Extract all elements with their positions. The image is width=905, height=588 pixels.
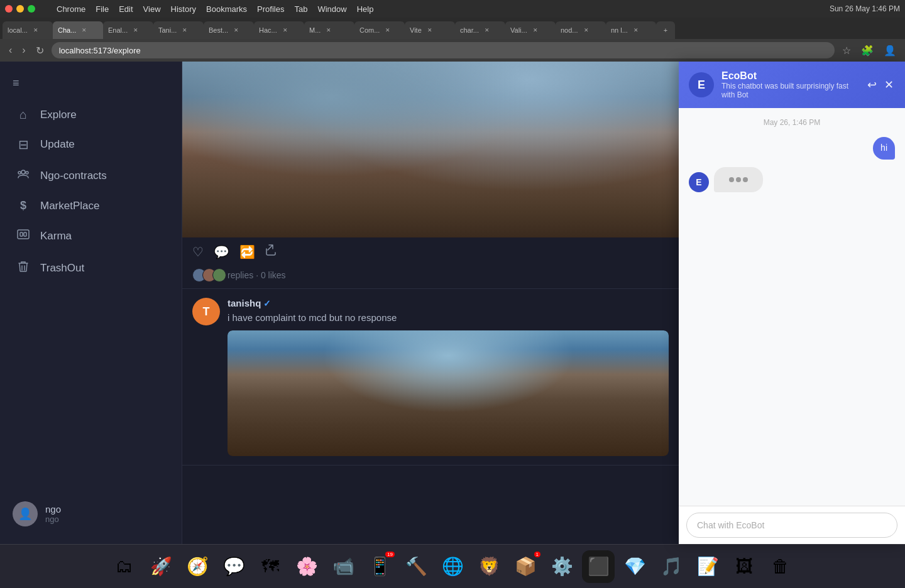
chat-panel: E EcoBot This chatbot was built surprisi… bbox=[679, 62, 905, 544]
dock-trash[interactable]: 🗑 bbox=[764, 550, 797, 583]
tab-enal[interactable]: Enal...✕ bbox=[103, 21, 153, 39]
forward-button[interactable]: › bbox=[19, 43, 28, 57]
traffic-lights bbox=[5, 5, 35, 13]
menu-bookmarks[interactable]: Bookmarks bbox=[206, 4, 247, 14]
menu-profiles[interactable]: Profiles bbox=[257, 4, 284, 14]
post-username-2: tanishq ✓ bbox=[228, 298, 669, 308]
dock-settings[interactable]: ⚙️ bbox=[546, 550, 578, 583]
sidebar-user[interactable]: 👤 ngo ngo bbox=[0, 494, 182, 534]
sidebar-item-marketplace[interactable]: $ MarketPlace bbox=[0, 192, 182, 220]
dock-maps[interactable]: 🗺 bbox=[254, 550, 287, 583]
post-card-2: T tanishq ✓ i have complaint to mcd but … bbox=[182, 289, 679, 466]
profile-button[interactable]: 👤 bbox=[881, 43, 899, 58]
menu-history[interactable]: History bbox=[171, 4, 196, 14]
tab-bar: local...✕ Cha...✕ Enal...✕ Tani...✕ Best… bbox=[0, 18, 905, 39]
tab-com[interactable]: Com...✕ bbox=[354, 21, 405, 39]
reload-button[interactable]: ↻ bbox=[33, 43, 47, 58]
avatar-image: 👤 bbox=[13, 501, 38, 526]
comment-button-1[interactable]: 💬 bbox=[214, 244, 229, 259]
dock-facetime[interactable]: 📹 bbox=[327, 550, 359, 583]
dock-obsidian[interactable]: 💎 bbox=[618, 550, 651, 583]
sidebar: ≡ ⌂ Explore ⊟ Update Ngo-contracts $ Mar… bbox=[0, 62, 182, 544]
tab-chat[interactable]: Cha...✕ bbox=[53, 21, 103, 39]
url-bar[interactable]: localhost:5173/explore bbox=[52, 42, 835, 58]
dock-chrome[interactable]: 🌐 bbox=[436, 550, 469, 583]
menu-file[interactable]: File bbox=[96, 4, 109, 14]
karma-icon bbox=[15, 227, 31, 244]
sidebar-item-explore[interactable]: ⌂ Explore bbox=[0, 100, 182, 129]
minimize-button[interactable] bbox=[16, 5, 24, 13]
sidebar-item-trashout[interactable]: TrashOut bbox=[0, 252, 182, 284]
bookmark-button[interactable]: ☆ bbox=[840, 43, 853, 58]
menu-edit[interactable]: Edit bbox=[119, 4, 133, 14]
menu-chrome[interactable]: Chrome bbox=[57, 4, 85, 14]
sidebar-item-update[interactable]: ⊟ Update bbox=[0, 129, 182, 160]
tab-new[interactable]: + bbox=[656, 21, 675, 39]
typing-dot-3 bbox=[743, 177, 748, 182]
chat-input[interactable] bbox=[686, 513, 897, 538]
chat-bot-desc: This chatbot was built surprisingly fast… bbox=[721, 82, 858, 99]
chat-header-info: EcoBot This chatbot was built surprising… bbox=[721, 70, 858, 99]
menu-help[interactable]: Help bbox=[357, 4, 374, 14]
share-button-1[interactable] bbox=[265, 244, 278, 259]
sidebar-label-explore: Explore bbox=[40, 109, 77, 121]
dock-preview[interactable]: 🖼 bbox=[728, 550, 760, 583]
maximize-button[interactable] bbox=[28, 5, 35, 13]
tab-vali[interactable]: Vali...✕ bbox=[505, 21, 556, 39]
svg-rect-5 bbox=[24, 232, 26, 236]
sidebar-label-trashout: TrashOut bbox=[40, 262, 84, 275]
sidebar-menu-toggle[interactable]: ≡ bbox=[0, 72, 182, 95]
dock-brave[interactable]: 🦁 bbox=[473, 550, 505, 583]
chat-close-button[interactable]: ✕ bbox=[883, 77, 895, 93]
dock-whatsapp[interactable]: 📱19 bbox=[363, 550, 396, 583]
dock-textedit[interactable]: 📝 bbox=[691, 550, 724, 583]
chat-header: E EcoBot This chatbot was built surprisi… bbox=[679, 62, 905, 108]
post-content-2: tanishq ✓ i have complaint to mcd but no… bbox=[228, 298, 669, 456]
tab-nod[interactable]: nod...✕ bbox=[556, 21, 606, 39]
post-user-2: T tanishq ✓ i have complaint to mcd but … bbox=[182, 289, 679, 465]
tab-char[interactable]: char...✕ bbox=[455, 21, 505, 39]
menu-view[interactable]: View bbox=[143, 4, 161, 14]
close-button[interactable] bbox=[5, 5, 13, 13]
user-avatar: 👤 bbox=[13, 501, 38, 526]
chat-back-button[interactable]: ↩ bbox=[866, 77, 878, 93]
dock-launchpad[interactable]: 🚀 bbox=[145, 550, 177, 583]
like-button-1[interactable]: ♡ bbox=[192, 244, 204, 259]
tab-best[interactable]: Best...✕ bbox=[204, 21, 254, 39]
post-card-1: ♡ 💬 🔁 replies · 0 likes bbox=[182, 62, 679, 289]
feed: ♡ 💬 🔁 replies · 0 likes bbox=[182, 62, 679, 466]
sidebar-item-ngo-contracts[interactable]: Ngo-contracts bbox=[0, 160, 182, 192]
chat-bubble-bot-typing bbox=[714, 167, 763, 192]
dock-xcode[interactable]: 🔨 bbox=[400, 550, 432, 583]
username: ngo bbox=[45, 504, 61, 514]
tab-local[interactable]: local...✕ bbox=[3, 21, 53, 39]
typing-dot-1 bbox=[729, 177, 734, 182]
dock-terminal[interactable]: ⬛ bbox=[582, 550, 615, 583]
sidebar-item-karma[interactable]: Karma bbox=[0, 220, 182, 252]
chat-input-area bbox=[679, 506, 905, 544]
dock-spotify[interactable]: 🎵 bbox=[655, 550, 688, 583]
sidebar-label-karma: Karma bbox=[40, 230, 72, 242]
trashout-icon bbox=[15, 259, 31, 276]
reply-avatars-1 bbox=[192, 268, 222, 282]
title-bar-time: Sun 26 May 1:46 PM bbox=[830, 4, 900, 13]
back-button[interactable]: ‹ bbox=[6, 43, 14, 57]
tab-tani[interactable]: Tani...✕ bbox=[153, 21, 204, 39]
tab-m[interactable]: M...✕ bbox=[304, 21, 354, 39]
tab-nn[interactable]: nn l...✕ bbox=[606, 21, 656, 39]
dock-appstore[interactable]: 📦1 bbox=[509, 550, 542, 583]
post-stats-1: replies · 0 likes bbox=[228, 270, 286, 280]
explore-icon: ⌂ bbox=[15, 107, 31, 122]
extensions-button[interactable]: 🧩 bbox=[858, 43, 876, 58]
repost-button-1[interactable]: 🔁 bbox=[239, 244, 255, 259]
tab-hac[interactable]: Hac...✕ bbox=[254, 21, 304, 39]
chat-header-actions: ↩ ✕ bbox=[866, 77, 895, 93]
dock-photos[interactable]: 🌸 bbox=[290, 550, 323, 583]
dock-finder[interactable]: 🗂 bbox=[108, 550, 141, 583]
dock-safari[interactable]: 🧭 bbox=[181, 550, 214, 583]
sidebar-label-ngo-contracts: Ngo-contracts bbox=[40, 170, 107, 182]
tab-vite[interactable]: Vite✕ bbox=[405, 21, 455, 39]
menu-window[interactable]: Window bbox=[317, 4, 346, 14]
dock-messages[interactable]: 💬 bbox=[217, 550, 250, 583]
menu-tab[interactable]: Tab bbox=[294, 4, 307, 14]
